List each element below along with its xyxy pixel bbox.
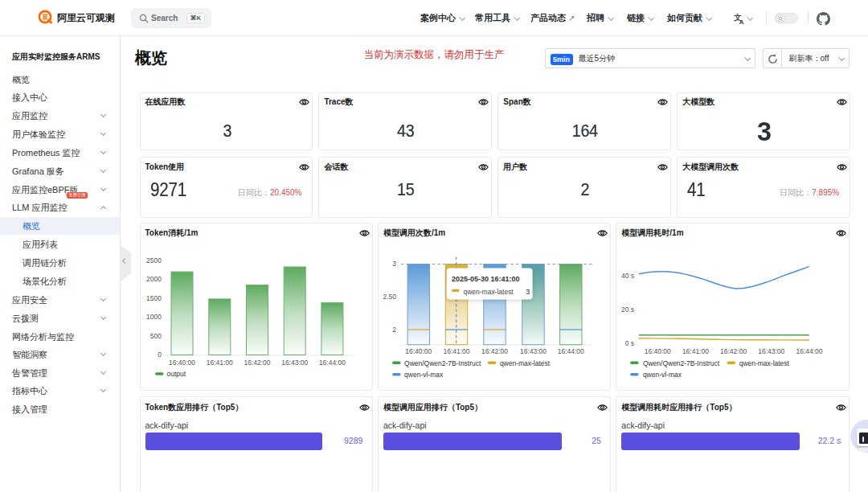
svg-text:16:44:00: 16:44:00: [558, 346, 584, 355]
svg-text:1000: 1000: [146, 313, 162, 321]
svg-text:0 s: 0 s: [625, 339, 634, 347]
svg-text:2: 2: [392, 325, 396, 333]
svg-text:2000: 2000: [146, 275, 162, 283]
svg-text:500: 500: [149, 331, 161, 339]
svg-text:2500: 2500: [146, 256, 162, 264]
svg-text:16:42:00: 16:42:00: [244, 359, 270, 367]
svg-text:40 s: 40 s: [621, 272, 634, 280]
svg-text:qwen-max-latest: qwen-max-latest: [739, 359, 790, 367]
svg-text:16:43:00: 16:43:00: [759, 346, 785, 355]
svg-text:qwen-max-latest: qwen-max-latest: [500, 359, 551, 367]
svg-text:Qwen/Qwen2-7B-Instruct: Qwen/Qwen2-7B-Instruct: [404, 359, 481, 367]
svg-text:16:41:00: 16:41:00: [443, 346, 469, 355]
svg-text:output: output: [166, 370, 186, 378]
svg-text:16:40:00: 16:40:00: [645, 346, 671, 355]
svg-text:16:40:00: 16:40:00: [405, 346, 432, 355]
svg-text:16:44:00: 16:44:00: [796, 346, 823, 355]
svg-text:16:42:00: 16:42:00: [481, 346, 508, 355]
svg-text:0: 0: [158, 351, 162, 359]
svg-text:16:44:00: 16:44:00: [318, 359, 345, 367]
svg-text:3: 3: [526, 287, 530, 296]
svg-text:16:42:00: 16:42:00: [720, 346, 747, 355]
svg-text:16:41:00: 16:41:00: [206, 359, 232, 367]
svg-text:16:43:00: 16:43:00: [281, 359, 308, 367]
svg-text:3: 3: [392, 260, 396, 268]
svg-text:20 s: 20 s: [621, 305, 634, 313]
svg-text:A: A: [739, 18, 744, 24]
svg-text:1500: 1500: [146, 294, 162, 302]
svg-text:2025-05-30 16:41:00: 2025-05-30 16:41:00: [452, 275, 519, 283]
svg-text:16:41:00: 16:41:00: [682, 346, 709, 355]
svg-text:qwen-vl-max: qwen-vl-max: [643, 371, 682, 379]
svg-text:Qwen/Qwen2-7B-Instruct: Qwen/Qwen2-7B-Instruct: [643, 359, 720, 367]
svg-text:qwen-max-latest: qwen-max-latest: [463, 288, 514, 296]
svg-text:qwen-vl-max: qwen-vl-max: [404, 371, 444, 379]
svg-text:16:40:00: 16:40:00: [168, 359, 194, 367]
svg-text:16:43:00: 16:43:00: [520, 346, 547, 355]
svg-text:2.50: 2.50: [383, 293, 396, 301]
